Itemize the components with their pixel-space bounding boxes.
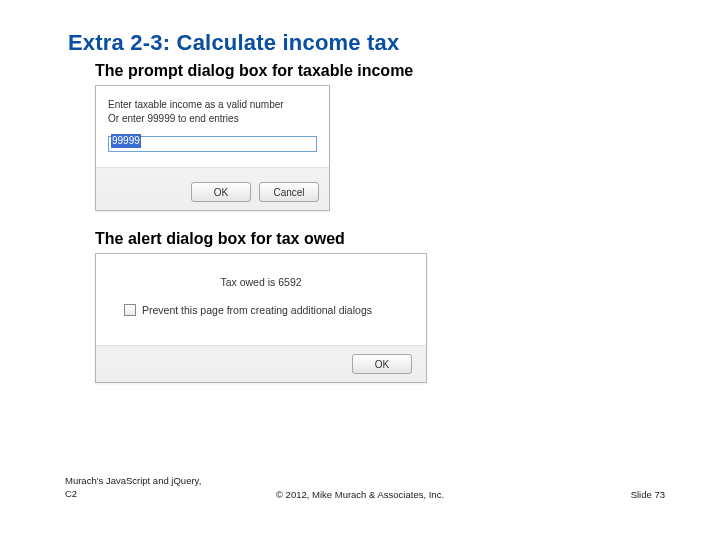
cancel-button[interactable]: Cancel [259, 182, 319, 202]
footer-center: © 2012, Mike Murach & Associates, Inc. [276, 489, 444, 500]
ok-button[interactable]: OK [352, 354, 412, 374]
slide-title: Extra 2-3: Calculate income tax [68, 30, 399, 56]
alert-dialog: Tax owed is 6592 Prevent this page from … [95, 253, 427, 383]
prompt-dialog: Enter taxable income as a valid number O… [95, 85, 330, 211]
footer-left-line2: C2 [65, 488, 201, 500]
footer-left: Murach's JavaScript and jQuery, C2 [65, 475, 201, 500]
alert-message: Tax owed is 6592 [220, 276, 301, 288]
prompt-input-wrap: 99999 [108, 133, 317, 152]
alert-button-row: OK [352, 354, 412, 375]
alert-checkbox-row: Prevent this page from creating addition… [124, 304, 372, 316]
prompt-line-1: Enter taxable income as a valid number [108, 98, 317, 112]
prompt-dialog-body: Enter taxable income as a valid number O… [96, 86, 329, 168]
alert-dialog-body: Tax owed is 6592 Prevent this page from … [96, 254, 426, 346]
prevent-dialogs-checkbox[interactable] [124, 304, 136, 316]
footer-left-line1: Murach's JavaScript and jQuery, [65, 475, 201, 487]
section-heading-alert: The alert dialog box for tax owed [95, 230, 345, 248]
ok-button[interactable]: OK [191, 182, 251, 202]
prompt-line-2: Or enter 99999 to end entries [108, 112, 317, 126]
footer-right: Slide 73 [631, 489, 665, 500]
prompt-button-row: OK Cancel [191, 182, 319, 202]
prompt-input-selection: 99999 [111, 134, 141, 148]
section-heading-prompt: The prompt dialog box for taxable income [95, 62, 413, 80]
prevent-dialogs-label: Prevent this page from creating addition… [142, 304, 372, 316]
